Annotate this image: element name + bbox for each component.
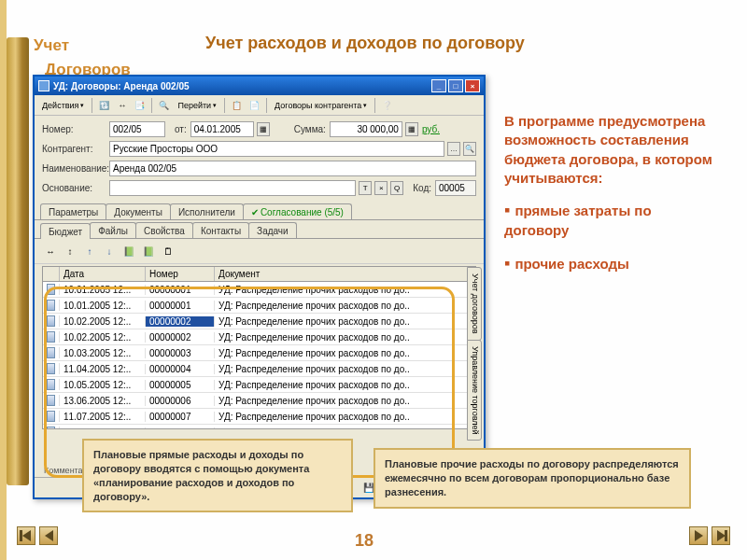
tb-search-icon[interactable]: 🔍: [156, 97, 172, 113]
row-icon: [43, 347, 60, 358]
body-text: В программе предусмотрена возможность со…: [504, 112, 719, 274]
table-row[interactable]: 10.02.2005 12:..00000002УД: Распределени…: [43, 314, 475, 329]
tab-executors[interactable]: Исполнители: [170, 203, 244, 219]
cell-date: 10.02.2005 12:..: [60, 316, 146, 327]
cell-date: 10.02.2005 12:..: [60, 332, 146, 343]
tab-tasks[interactable]: Задачи: [248, 222, 297, 238]
callout-1: Плановые прямые расходы и доходы по дого…: [82, 439, 353, 512]
cell-document: УД: Распределение прочих расходов по до.…: [215, 380, 475, 390]
tb-icon-5[interactable]: 📄: [247, 97, 262, 113]
cell-document: УД: Распределение прочих расходов по до.…: [215, 348, 475, 358]
body-paragraph: В программе предусмотрена возможность со…: [504, 112, 719, 188]
table-row[interactable]: 10.05.2005 12:..00000005УД: Распределени…: [43, 377, 475, 393]
tab-files[interactable]: Файлы: [90, 222, 136, 238]
cell-date: 10.01.2005 12:..: [60, 301, 146, 311]
cell-document: УД: Распределение прочих расходов по до.…: [215, 364, 475, 374]
callout-2: Плановые прочие расходы по договору расп…: [374, 448, 691, 509]
row-icon: [43, 315, 60, 327]
col-document[interactable]: Документ: [215, 267, 475, 281]
basis-field[interactable]: [109, 180, 356, 196]
basis-open-button[interactable]: Q: [390, 181, 403, 195]
cell-date: 11.04.2005 12:..: [60, 364, 146, 374]
cell-document: УД: Распределение прочих расходов по до.…: [215, 412, 475, 422]
tabs-row-1: Параметры Документы Исполнители ✔Согласо…: [35, 203, 484, 220]
cell-document: УД: Распределение прочих расходов по до.…: [215, 316, 475, 327]
currency-link[interactable]: руб.: [422, 124, 440, 134]
table-row[interactable]: 11.07.2005 12:..00000007УД: Распределени…: [43, 409, 475, 425]
calc-button[interactable]: ▦: [405, 122, 418, 136]
col-icon[interactable]: [43, 267, 60, 281]
cell-number: 00000001: [146, 301, 215, 311]
app-icon: [38, 80, 49, 91]
st-down-icon[interactable]: ↓: [101, 243, 118, 259]
date-field[interactable]: 04.01.2005: [190, 121, 254, 137]
st-add-icon[interactable]: 📗: [120, 243, 137, 259]
vtab-trade[interactable]: Управление торговлей: [467, 340, 482, 441]
slide-left-bar: [0, 0, 7, 560]
close-button[interactable]: ×: [465, 79, 480, 92]
sum-field[interactable]: 30 000,00: [330, 121, 402, 137]
st-refresh-icon[interactable]: ↔: [42, 243, 59, 259]
contragent-select-button[interactable]: …: [447, 142, 460, 156]
actions-menu[interactable]: Действия: [38, 97, 88, 113]
vtab-contracts[interactable]: Учет договоров: [467, 267, 482, 341]
code-label: Код:: [413, 183, 431, 193]
cell-number: 00000002: [146, 316, 215, 327]
table-row[interactable]: 10.01.2005 12:..00000001УД: Распределени…: [43, 298, 475, 314]
side-tabs: Учет договоров Управление торговлей: [467, 267, 482, 440]
num-field[interactable]: 002/05: [109, 121, 165, 137]
table-row[interactable]: 10.01.2005 12:..00000001УД: Распределени…: [43, 282, 475, 298]
col-date[interactable]: Дата: [60, 267, 146, 281]
table-header: Дата Номер Документ: [43, 267, 475, 282]
tb-icon-1[interactable]: 🔃: [96, 97, 112, 113]
table-row[interactable]: 10.03.2005 12:..00000003УД: Распределени…: [43, 345, 475, 361]
cell-date: 10.05.2005 12:..: [60, 380, 146, 390]
tab-contacts[interactable]: Контакты: [192, 222, 249, 238]
date-picker-button[interactable]: ▦: [257, 122, 270, 136]
tb-icon-4[interactable]: 📋: [229, 97, 245, 113]
table-row[interactable]: 15.08.2005 12:..00000008УД: Распределени…: [43, 425, 475, 429]
nav-first-button[interactable]: [17, 526, 35, 545]
cell-date: 13.06.2005 12:..: [60, 396, 146, 406]
main-title: Учет расходов и доходов по договору: [205, 34, 525, 53]
cell-date: 11.07.2005 12:..: [60, 412, 146, 422]
tab-documents[interactable]: Документы: [106, 203, 171, 219]
contragent-open-button[interactable]: 🔍: [463, 142, 476, 156]
row-icon: [43, 284, 60, 295]
cell-number: 00000002: [146, 332, 215, 343]
table-row[interactable]: 13.06.2005 12:..00000006УД: Распределени…: [43, 393, 475, 409]
tb-help-icon[interactable]: ❔: [379, 97, 395, 113]
row-icon: [43, 379, 60, 390]
basis-type-button[interactable]: T: [359, 181, 372, 195]
minimize-button[interactable]: _: [431, 79, 446, 92]
contragent-field[interactable]: Русские Просторы ООО: [109, 141, 444, 157]
code-field: 00005: [435, 180, 476, 196]
goto-menu[interactable]: Перейти: [174, 97, 220, 113]
contragent-menu[interactable]: Договоры контрагента: [271, 97, 371, 113]
maximize-button[interactable]: □: [448, 79, 463, 92]
nav-prev-button[interactable]: [39, 526, 58, 545]
table-row[interactable]: 11.04.2005 12:..00000004УД: Распределени…: [43, 361, 475, 377]
tab-approval[interactable]: ✔Согласование (5/5): [243, 203, 352, 219]
st-up-icon[interactable]: ↑: [81, 243, 98, 259]
tb-icon-3[interactable]: 📑: [132, 97, 148, 113]
tab-params[interactable]: Параметры: [40, 203, 106, 219]
nav-last-button[interactable]: [712, 526, 730, 545]
basis-clear-button[interactable]: ×: [374, 181, 388, 195]
tb-icon-2[interactable]: ↔: [114, 97, 130, 113]
st-sort-icon[interactable]: ↕: [62, 243, 78, 259]
nav-next-button[interactable]: [689, 526, 708, 545]
titlebar[interactable]: УД: Договоры: Аренда 002/05 _ □ ×: [35, 77, 484, 95]
cell-date: 10.03.2005 12:..: [60, 348, 146, 358]
st-add2-icon[interactable]: 📗: [140, 243, 157, 259]
cell-number: 00000005: [146, 380, 215, 390]
name-field[interactable]: Аренда 002/05: [109, 161, 476, 176]
table-row[interactable]: 10.02.2005 12:..00000002УД: Распределени…: [43, 329, 475, 345]
st-calc-icon[interactable]: 🗒: [160, 243, 176, 259]
cell-number: 00000003: [146, 348, 215, 358]
budget-table: Дата Номер Документ 10.01.2005 12:..0000…: [42, 266, 476, 429]
tab-budget[interactable]: Бюджет: [40, 223, 91, 239]
cell-document: УД: Распределение прочих расходов по до.…: [215, 301, 475, 311]
col-number[interactable]: Номер: [146, 267, 215, 281]
tab-properties[interactable]: Свойства: [135, 222, 193, 238]
